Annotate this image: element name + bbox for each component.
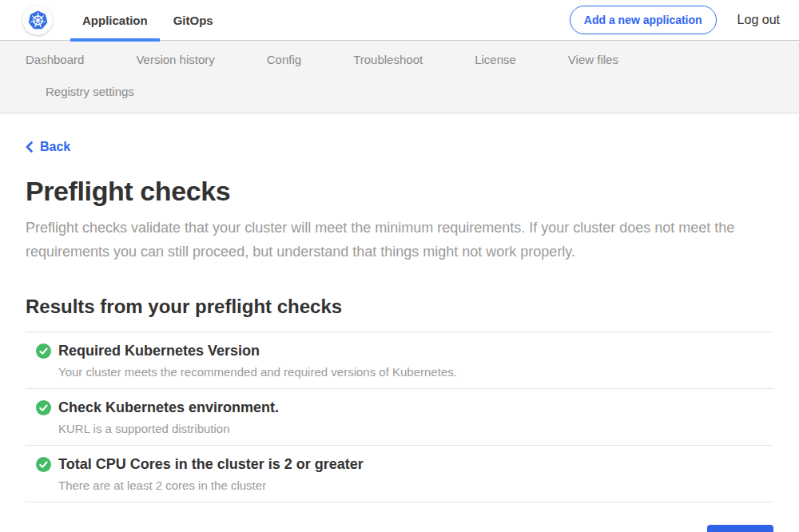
check-content: Required Kubernetes Version Your cluster…: [58, 343, 457, 379]
preflight-checks-list: Required Kubernetes Version Your cluster…: [26, 332, 773, 502]
kubernetes-logo: [22, 5, 53, 35]
check-content: Check Kubernetes environment. KURL is a …: [58, 399, 279, 435]
check-circle-icon: [36, 400, 51, 415]
top-navbar: Application GitOps Add a new application…: [0, 0, 799, 41]
back-label: Back: [40, 140, 70, 154]
back-link[interactable]: Back: [26, 140, 70, 154]
check-description: KURL is a supported distribution: [58, 422, 279, 435]
page-title: Preflight checks: [26, 176, 773, 207]
subnav-item-dashboard[interactable]: Dashboard: [26, 52, 84, 68]
preflight-check-row: Check Kubernetes environment. KURL is a …: [26, 389, 773, 446]
check-description: There are at least 2 cores in the cluste…: [58, 478, 364, 492]
check-title: Total CPU Cores in the cluster is 2 or g…: [58, 456, 364, 473]
kubernetes-helm-wheel-icon: [26, 8, 50, 33]
results-heading: Results from your preflight checks: [26, 296, 773, 318]
preflight-check-row: Required Kubernetes Version Your cluster…: [26, 332, 773, 389]
subnav-row-2: Registry settings: [26, 84, 773, 100]
footer-actions: Re-run: [26, 525, 773, 532]
primary-tabs: Application GitOps: [70, 0, 225, 41]
check-content: Total CPU Cores in the cluster is 2 or g…: [58, 456, 364, 492]
subnav-item-view-files[interactable]: View files: [568, 52, 618, 68]
check-title: Check Kubernetes environment.: [58, 399, 279, 416]
add-new-application-button[interactable]: Add a new application: [570, 6, 717, 34]
check-circle-icon: [36, 343, 51, 359]
secondary-navbar: Dashboard Version history Config Trouble…: [0, 41, 799, 113]
page-description: Preflight checks validate that your clus…: [26, 216, 769, 264]
subnav-row-1: Dashboard Version history Config Trouble…: [26, 52, 773, 68]
check-title: Required Kubernetes Version: [58, 343, 457, 359]
check-description: Your cluster meets the recommended and r…: [58, 365, 457, 379]
preflight-check-row: Total CPU Cores in the cluster is 2 or g…: [26, 446, 773, 502]
subnav-item-license[interactable]: License: [475, 52, 516, 68]
tab-application[interactable]: Application: [70, 0, 160, 41]
subnav-item-troubleshoot[interactable]: Troubleshoot: [353, 52, 423, 68]
main-content: Back Preflight checks Preflight checks v…: [0, 113, 799, 532]
chevron-left-icon: [26, 141, 33, 153]
rerun-button[interactable]: Re-run: [707, 525, 773, 532]
tab-gitops[interactable]: GitOps: [161, 0, 225, 41]
subnav-item-registry-settings[interactable]: Registry settings: [46, 84, 134, 100]
subnav-item-config[interactable]: Config: [267, 52, 301, 68]
check-circle-icon: [36, 457, 51, 472]
subnav-item-version-history[interactable]: Version history: [136, 52, 214, 68]
logout-link[interactable]: Log out: [737, 13, 780, 27]
